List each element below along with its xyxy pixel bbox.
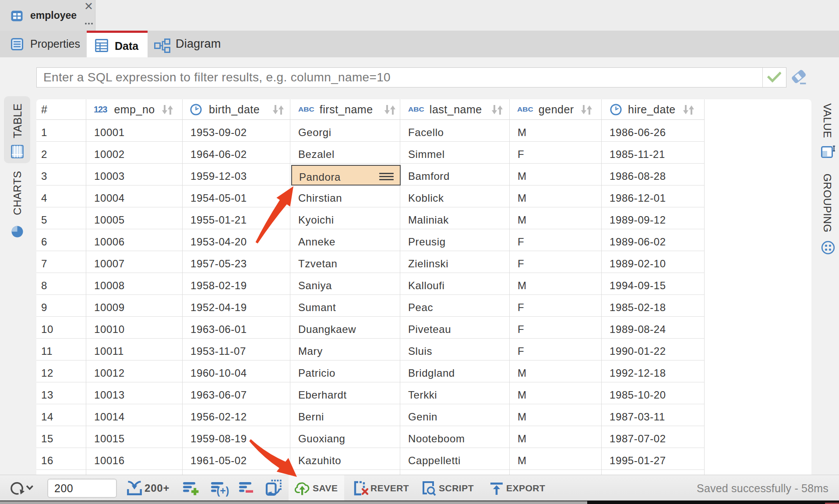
svg-text:(+): (+) [217, 485, 229, 497]
